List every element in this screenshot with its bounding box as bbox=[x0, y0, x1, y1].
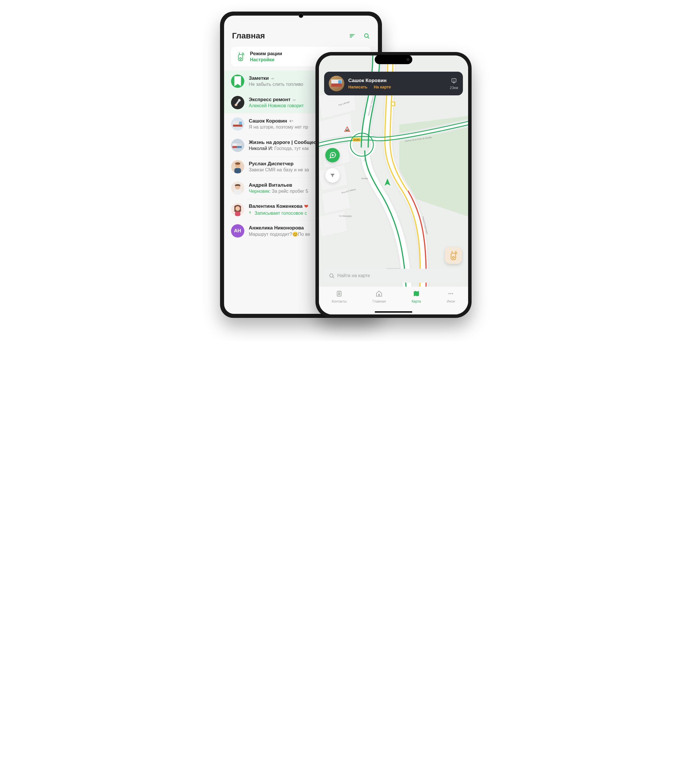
chat-title-text: Сашок Коровин bbox=[249, 118, 287, 124]
svg-rect-30 bbox=[235, 211, 240, 216]
svg-rect-14 bbox=[239, 121, 242, 125]
home-icon bbox=[376, 290, 383, 298]
svg-point-29 bbox=[235, 206, 240, 211]
svg-point-73 bbox=[452, 293, 453, 294]
svg-point-72 bbox=[450, 293, 451, 294]
svg-point-62 bbox=[452, 256, 454, 258]
pin-icon bbox=[271, 76, 275, 80]
tab-label: Карта bbox=[412, 299, 421, 303]
filter-fab[interactable] bbox=[325, 168, 340, 183]
walkie-talkie-icon bbox=[236, 52, 245, 62]
search-icon bbox=[329, 273, 335, 279]
svg-rect-70 bbox=[378, 294, 380, 296]
radio-settings-link[interactable]: Настройки bbox=[250, 57, 282, 62]
svg-text:D150: D150 bbox=[353, 138, 359, 141]
home-indicator bbox=[375, 311, 412, 313]
tab-bar: КонтактыГлавнаяКартаИное bbox=[319, 287, 468, 314]
sort-icon[interactable] bbox=[349, 33, 355, 39]
svg-line-65 bbox=[333, 276, 334, 278]
android-camera-dot bbox=[299, 13, 303, 18]
user-write-link[interactable]: Написать bbox=[348, 85, 367, 89]
svg-text:🚜: 🚜 bbox=[345, 128, 349, 131]
svg-point-67 bbox=[338, 293, 340, 294]
svg-rect-24 bbox=[234, 168, 241, 173]
tab-map[interactable]: Карта bbox=[412, 290, 421, 303]
svg-point-6 bbox=[239, 58, 241, 59]
svg-point-9 bbox=[238, 99, 240, 101]
iphone-frame: D150 🚜 Rue Lafouge Avenue Paul Vaillant-… bbox=[315, 52, 472, 318]
android-header: Главная bbox=[224, 16, 378, 46]
search-icon[interactable] bbox=[363, 33, 370, 39]
user-avatar bbox=[329, 76, 344, 92]
svg-rect-20 bbox=[232, 146, 237, 148]
svg-text:\"or Marquigny: \"or Marquigny bbox=[338, 215, 352, 217]
svg-point-71 bbox=[448, 293, 450, 294]
svg-point-10 bbox=[235, 104, 237, 106]
svg-rect-54 bbox=[331, 83, 342, 87]
svg-rect-55 bbox=[338, 80, 342, 84]
chat-title-text: Анжелика Никонорова bbox=[249, 225, 304, 231]
tab-home[interactable]: Главная bbox=[373, 290, 386, 303]
svg-rect-21 bbox=[237, 146, 242, 148]
chat-title-text: Андрей Витальев bbox=[249, 182, 292, 188]
map-search-input[interactable]: Найти на карте bbox=[324, 269, 463, 283]
tab-more[interactable]: Иное bbox=[447, 290, 455, 303]
svg-rect-42 bbox=[392, 102, 394, 105]
recording-icon bbox=[249, 210, 253, 215]
chat-title-text: Валентина Коженкова bbox=[249, 203, 303, 209]
tab-contacts[interactable]: Контакты bbox=[332, 290, 347, 303]
dynamic-island bbox=[375, 55, 412, 64]
chat-title-text: Жизнь на дороге | Сообщест bbox=[249, 140, 319, 145]
pin-icon bbox=[292, 98, 297, 102]
svg-text:Gentilly: Gentilly bbox=[361, 178, 368, 180]
user-onmap-link[interactable]: На карте bbox=[374, 85, 391, 89]
user-name: Сашок Коровин bbox=[348, 78, 446, 83]
tab-label: Главная bbox=[373, 299, 386, 303]
radio-fab[interactable] bbox=[445, 247, 462, 264]
heart-icon: ❤ bbox=[304, 203, 308, 210]
page-title: Главная bbox=[232, 31, 265, 40]
more-icon bbox=[447, 290, 454, 298]
new-message-fab[interactable] bbox=[325, 148, 340, 162]
user-distance: 23км bbox=[450, 77, 458, 90]
chat-title-text: Руслан Диспетчер bbox=[249, 161, 294, 167]
tab-label: Контакты bbox=[332, 299, 347, 303]
contacts-icon bbox=[336, 290, 343, 298]
chat-title-text: Заметки bbox=[249, 75, 269, 81]
navigation-arrow-icon bbox=[382, 177, 393, 188]
tab-label: Иное bbox=[447, 299, 455, 303]
radio-title: Режим рации bbox=[250, 51, 282, 57]
svg-rect-13 bbox=[233, 125, 242, 126]
user-card[interactable]: Сашок Коровин Написать На карте 23км bbox=[324, 72, 463, 95]
iphone-screen: D150 🚜 Rue Lafouge Avenue Paul Vaillant-… bbox=[319, 55, 468, 314]
mute-icon bbox=[289, 119, 293, 123]
svg-line-4 bbox=[367, 37, 369, 38]
chat-title-text: Экспресс ремонт bbox=[249, 97, 291, 103]
search-placeholder: Найти на карте bbox=[337, 273, 370, 278]
map-icon bbox=[413, 290, 420, 298]
svg-rect-27 bbox=[233, 190, 242, 195]
